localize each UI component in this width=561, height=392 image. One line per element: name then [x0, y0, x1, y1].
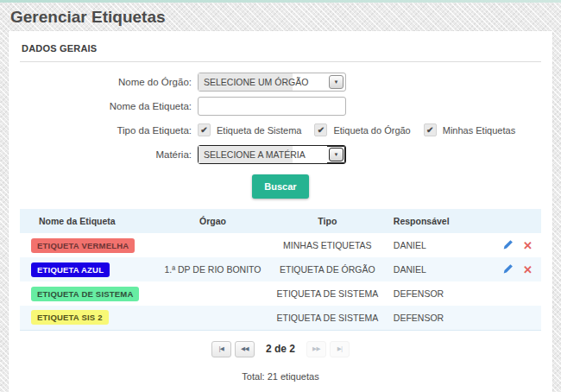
table-row: ETIQUETA AZUL1.ª DP DE RIO BONITOETIQUET… — [20, 257, 541, 281]
checkbox-item-sistema: ✔ Etiqueta de Sistema — [198, 123, 301, 136]
tipo-cell: ETIQUETA DE SISTEMA — [265, 281, 390, 306]
header-orgao: Órgao — [161, 209, 265, 233]
etiquetas-table: Nome da Etiqueta Órgao Tipo Responsável … — [20, 209, 541, 331]
etiqueta-name-cell: ETIQUETA SIS 2 — [20, 306, 161, 330]
responsavel-cell: DEFENSOR — [390, 306, 489, 330]
checkbox-label: Etiqueta de Sistema — [217, 125, 301, 136]
header-tipo: Tipo — [265, 209, 390, 233]
orgao-cell: 1.ª DP DE RIO BONITO — [161, 257, 265, 281]
table-row: ETIQUETA VERMELHAMINHAS ETIQUETASDANIEL✕ — [20, 233, 541, 257]
form-row-tipo: Tipo da Etiqueta: ✔ Etiqueta de Sistema … — [20, 120, 541, 140]
etiqueta-badge: ETIQUETA AZUL — [31, 262, 110, 277]
checkbox-label: Minhas Etiquetas — [443, 125, 515, 136]
materia-label: Matéria: — [20, 149, 198, 160]
actions-cell: ✕ — [489, 233, 541, 257]
chevron-down-icon[interactable]: ▼ — [329, 148, 344, 161]
buscar-button[interactable]: Buscar — [252, 174, 308, 199]
etiqueta-badge: ETIQUETA VERMELHA — [31, 238, 135, 253]
etiqueta-label: Nome da Etiqueta: — [20, 101, 198, 111]
table-row: ETIQUETA SIS 2ETIQUETA DE SISTEMADEFENSO… — [20, 306, 541, 330]
orgao-cell — [161, 233, 265, 257]
main-panel: DADOS GERAIS Nome do Órgão: SELECIONE UM… — [9, 31, 552, 392]
edit-pencil-icon[interactable] — [502, 239, 514, 252]
form-row-orgao: Nome do Órgão: SELECIONE UM ÓRGÃO ▼ — [20, 72, 541, 92]
responsavel-cell: DANIEL — [390, 257, 489, 281]
form-row-materia: Matéria: SELECIONE A MATÉRIA ▼ — [20, 144, 541, 164]
last-page-button: ▶| — [330, 341, 350, 357]
tipo-cell: ETIQUETA DE ÓRGÃO — [265, 257, 390, 281]
table-row: ETIQUETA DE SISTEMAETIQUETA DE SISTEMADE… — [20, 281, 541, 306]
chevron-down-icon[interactable]: ▼ — [329, 75, 344, 89]
tipo-cell: MINHAS ETIQUETAS — [265, 233, 390, 257]
etiqueta-badge: ETIQUETA DE SISTEMA — [31, 287, 139, 301]
header-nome-etiqueta: Nome da Etiqueta — [20, 209, 161, 233]
orgao-label: Nome do Órgão: — [20, 77, 198, 87]
delete-x-icon[interactable]: ✕ — [523, 240, 533, 251]
form-row-etiqueta: Nome da Etiqueta: — [20, 96, 541, 116]
table-body: ETIQUETA VERMELHAMINHAS ETIQUETASDANIEL✕… — [20, 233, 541, 330]
materia-select[interactable]: SELECIONE A MATÉRIA ▼ — [198, 145, 346, 164]
orgao-select[interactable]: SELECIONE UM ÓRGÃO ▼ — [198, 73, 346, 92]
checkbox-item-orgao: ✔ Etiqueta do Órgão — [314, 123, 410, 136]
next-page-button: ▶▶ — [306, 341, 326, 357]
previous-page-button[interactable]: ◀◀ — [235, 341, 255, 357]
header-responsavel: Responsável — [390, 209, 489, 233]
checkbox-minhas-etiquetas[interactable]: ✔ — [424, 123, 437, 136]
checkbox-etiqueta-do-orgao[interactable]: ✔ — [314, 123, 327, 136]
table-header-row: Nome da Etiqueta Órgao Tipo Responsável — [20, 209, 541, 233]
orgao-cell — [161, 306, 265, 330]
actions-cell — [489, 281, 541, 306]
materia-select-value: SELECIONE A MATÉRIA — [199, 146, 327, 163]
checkbox-etiqueta-de-sistema[interactable]: ✔ — [198, 123, 211, 136]
actions-cell — [489, 306, 541, 330]
etiqueta-name-cell: ETIQUETA DE SISTEMA — [20, 281, 161, 306]
delete-x-icon[interactable]: ✕ — [523, 264, 533, 275]
checkbox-item-minhas: ✔ Minhas Etiquetas — [424, 123, 515, 136]
responsavel-cell: DANIEL — [390, 233, 489, 257]
total-count: Total: 21 etiquetas — [20, 371, 541, 382]
etiqueta-badge: ETIQUETA SIS 2 — [31, 310, 109, 325]
etiqueta-name-cell: ETIQUETA AZUL — [20, 257, 161, 281]
first-page-button[interactable]: |◀ — [211, 341, 231, 357]
responsavel-cell: DEFENSOR — [390, 281, 489, 306]
tipo-checkbox-group: ✔ Etiqueta de Sistema ✔ Etiqueta do Órgã… — [198, 123, 528, 136]
tipo-cell: ETIQUETA DE SISTEMA — [265, 306, 390, 330]
page-title: Gerenciar Etiquetas — [0, 3, 561, 31]
header-actions — [489, 209, 541, 233]
paginator: |◀ ◀◀ 2 de 2 ▶▶ ▶| — [20, 341, 541, 357]
actions-cell: ✕ — [489, 257, 541, 281]
search-form: Nome do Órgão: SELECIONE UM ÓRGÃO ▼ Nome… — [20, 72, 541, 199]
orgao-select-value: SELECIONE UM ÓRGÃO — [199, 73, 327, 91]
etiqueta-name-cell: ETIQUETA VERMELHA — [20, 233, 161, 257]
edit-pencil-icon[interactable] — [502, 263, 514, 276]
checkbox-label: Etiqueta do Órgão — [333, 125, 410, 136]
orgao-cell — [161, 281, 265, 306]
tipo-label: Tipo da Etiqueta: — [20, 125, 198, 136]
page-indicator: 2 de 2 — [266, 343, 295, 355]
section-title: DADOS GERAIS — [20, 40, 541, 62]
etiqueta-name-input[interactable] — [198, 97, 346, 116]
